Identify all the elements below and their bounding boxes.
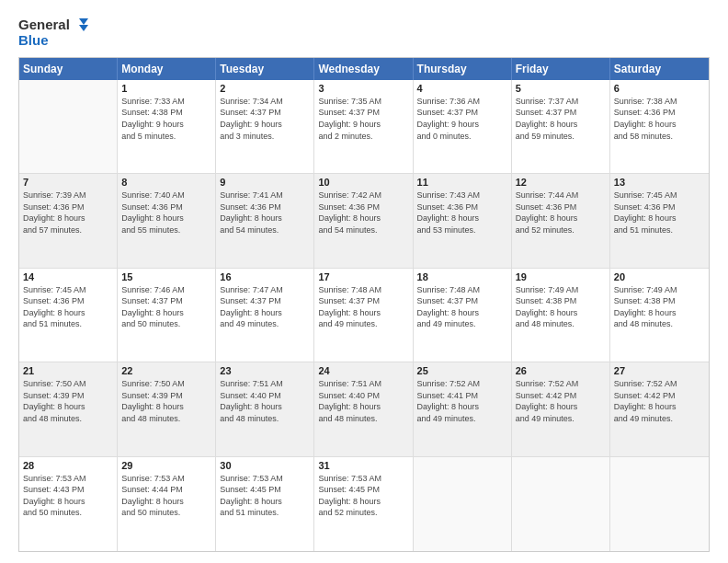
day-number: 18 [417, 271, 507, 282]
calendar-day-cell: 17Sunrise: 7:48 AM Sunset: 4:37 PM Dayli… [314, 269, 413, 362]
calendar-day-cell: 21Sunrise: 7:50 AM Sunset: 4:39 PM Dayli… [19, 362, 118, 455]
logo-arrow-icon [72, 17, 88, 33]
calendar-day-cell [610, 457, 709, 551]
day-info: Sunrise: 7:38 AM Sunset: 4:36 PM Dayligh… [614, 96, 705, 142]
day-info: Sunrise: 7:49 AM Sunset: 4:38 PM Dayligh… [614, 284, 705, 330]
day-info: Sunrise: 7:43 AM Sunset: 4:36 PM Dayligh… [417, 190, 507, 236]
calendar-day-cell: 22Sunrise: 7:50 AM Sunset: 4:39 PM Dayli… [118, 362, 216, 455]
calendar-header-cell: Saturday [610, 58, 709, 80]
day-number: 5 [516, 83, 606, 94]
calendar-day-cell: 13Sunrise: 7:45 AM Sunset: 4:36 PM Dayli… [610, 174, 709, 267]
day-info: Sunrise: 7:36 AM Sunset: 4:37 PM Dayligh… [417, 96, 507, 142]
header: General Blue [18, 17, 710, 48]
day-number: 30 [220, 460, 310, 471]
calendar-day-cell: 25Sunrise: 7:52 AM Sunset: 4:41 PM Dayli… [414, 362, 512, 455]
day-info: Sunrise: 7:40 AM Sunset: 4:36 PM Dayligh… [121, 190, 211, 236]
day-number: 15 [121, 271, 211, 282]
day-info: Sunrise: 7:53 AM Sunset: 4:44 PM Dayligh… [121, 473, 211, 519]
day-number: 10 [318, 177, 408, 188]
calendar-week-row: 1Sunrise: 7:33 AM Sunset: 4:38 PM Daylig… [19, 80, 709, 174]
calendar-day-cell: 29Sunrise: 7:53 AM Sunset: 4:44 PM Dayli… [118, 457, 216, 551]
logo-general: General [18, 17, 70, 32]
day-info: Sunrise: 7:37 AM Sunset: 4:37 PM Dayligh… [516, 96, 606, 142]
calendar-day-cell: 6Sunrise: 7:38 AM Sunset: 4:36 PM Daylig… [610, 80, 709, 173]
calendar-day-cell: 4Sunrise: 7:36 AM Sunset: 4:37 PM Daylig… [414, 80, 512, 173]
calendar-day-cell: 2Sunrise: 7:34 AM Sunset: 4:37 PM Daylig… [216, 80, 314, 173]
day-number: 19 [516, 271, 606, 282]
day-info: Sunrise: 7:49 AM Sunset: 4:38 PM Dayligh… [516, 284, 606, 330]
svg-marker-0 [79, 18, 88, 25]
calendar-header-cell: Friday [512, 58, 610, 80]
day-info: Sunrise: 7:42 AM Sunset: 4:36 PM Dayligh… [318, 190, 408, 236]
calendar-day-cell: 12Sunrise: 7:44 AM Sunset: 4:36 PM Dayli… [512, 174, 610, 267]
day-info: Sunrise: 7:50 AM Sunset: 4:39 PM Dayligh… [23, 378, 113, 424]
calendar-day-cell: 20Sunrise: 7:49 AM Sunset: 4:38 PM Dayli… [610, 269, 709, 362]
calendar-day-cell: 24Sunrise: 7:51 AM Sunset: 4:40 PM Dayli… [314, 362, 413, 455]
day-number: 8 [121, 177, 211, 188]
calendar-day-cell: 16Sunrise: 7:47 AM Sunset: 4:37 PM Dayli… [216, 269, 314, 362]
calendar-header-cell: Thursday [414, 58, 512, 80]
calendar-day-cell [414, 457, 512, 551]
day-number: 29 [121, 460, 211, 471]
calendar-day-cell: 7Sunrise: 7:39 AM Sunset: 4:36 PM Daylig… [19, 174, 118, 267]
day-number: 3 [318, 83, 408, 94]
day-info: Sunrise: 7:53 AM Sunset: 4:43 PM Dayligh… [23, 473, 113, 519]
calendar-header-cell: Tuesday [216, 58, 314, 80]
day-info: Sunrise: 7:53 AM Sunset: 4:45 PM Dayligh… [318, 473, 408, 519]
calendar-day-cell: 14Sunrise: 7:45 AM Sunset: 4:36 PM Dayli… [19, 269, 118, 362]
day-info: Sunrise: 7:53 AM Sunset: 4:45 PM Dayligh… [220, 473, 310, 519]
day-info: Sunrise: 7:46 AM Sunset: 4:37 PM Dayligh… [121, 284, 211, 330]
day-number: 28 [23, 460, 113, 471]
calendar-day-cell: 26Sunrise: 7:52 AM Sunset: 4:42 PM Dayli… [512, 362, 610, 455]
calendar-header-cell: Wednesday [314, 58, 413, 80]
page: General Blue SundayMondayTuesdayWednesda… [0, 0, 728, 563]
day-number: 24 [318, 365, 408, 376]
day-number: 20 [614, 271, 705, 282]
day-info: Sunrise: 7:41 AM Sunset: 4:36 PM Dayligh… [220, 190, 310, 236]
calendar-week-row: 14Sunrise: 7:45 AM Sunset: 4:36 PM Dayli… [19, 269, 709, 362]
calendar-day-cell: 1Sunrise: 7:33 AM Sunset: 4:38 PM Daylig… [118, 80, 216, 173]
calendar-day-cell: 30Sunrise: 7:53 AM Sunset: 4:45 PM Dayli… [216, 457, 314, 551]
svg-marker-1 [79, 25, 88, 31]
calendar-day-cell: 27Sunrise: 7:52 AM Sunset: 4:42 PM Dayli… [610, 362, 709, 455]
day-info: Sunrise: 7:35 AM Sunset: 4:37 PM Dayligh… [318, 96, 408, 142]
day-info: Sunrise: 7:51 AM Sunset: 4:40 PM Dayligh… [318, 378, 408, 424]
day-info: Sunrise: 7:52 AM Sunset: 4:42 PM Dayligh… [614, 378, 705, 424]
calendar-day-cell [19, 80, 118, 173]
calendar: SundayMondayTuesdayWednesdayThursdayFrid… [18, 57, 710, 552]
day-number: 25 [417, 365, 507, 376]
calendar-week-row: 21Sunrise: 7:50 AM Sunset: 4:39 PM Dayli… [19, 362, 709, 456]
day-number: 21 [23, 365, 113, 376]
day-number: 17 [318, 271, 408, 282]
day-info: Sunrise: 7:50 AM Sunset: 4:39 PM Dayligh… [121, 378, 211, 424]
logo-blue: Blue [18, 33, 88, 48]
calendar-week-row: 28Sunrise: 7:53 AM Sunset: 4:43 PM Dayli… [19, 457, 709, 551]
calendar-day-cell: 8Sunrise: 7:40 AM Sunset: 4:36 PM Daylig… [118, 174, 216, 267]
calendar-day-cell: 18Sunrise: 7:48 AM Sunset: 4:37 PM Dayli… [414, 269, 512, 362]
day-info: Sunrise: 7:48 AM Sunset: 4:37 PM Dayligh… [318, 284, 408, 330]
calendar-day-cell: 23Sunrise: 7:51 AM Sunset: 4:40 PM Dayli… [216, 362, 314, 455]
calendar-header: SundayMondayTuesdayWednesdayThursdayFrid… [19, 58, 709, 80]
day-info: Sunrise: 7:44 AM Sunset: 4:36 PM Dayligh… [516, 190, 606, 236]
day-number: 11 [417, 177, 507, 188]
day-number: 1 [121, 83, 211, 94]
calendar-day-cell [512, 457, 610, 551]
day-info: Sunrise: 7:39 AM Sunset: 4:36 PM Dayligh… [23, 190, 113, 236]
calendar-day-cell: 10Sunrise: 7:42 AM Sunset: 4:36 PM Dayli… [314, 174, 413, 267]
day-number: 26 [516, 365, 606, 376]
day-number: 7 [23, 177, 113, 188]
calendar-header-cell: Sunday [19, 58, 118, 80]
day-number: 23 [220, 365, 310, 376]
day-info: Sunrise: 7:45 AM Sunset: 4:36 PM Dayligh… [23, 284, 113, 330]
day-number: 31 [318, 460, 408, 471]
day-info: Sunrise: 7:45 AM Sunset: 4:36 PM Dayligh… [614, 190, 705, 236]
day-info: Sunrise: 7:34 AM Sunset: 4:37 PM Dayligh… [220, 96, 310, 142]
calendar-day-cell: 31Sunrise: 7:53 AM Sunset: 4:45 PM Dayli… [314, 457, 413, 551]
calendar-day-cell: 5Sunrise: 7:37 AM Sunset: 4:37 PM Daylig… [512, 80, 610, 173]
calendar-day-cell: 28Sunrise: 7:53 AM Sunset: 4:43 PM Dayli… [19, 457, 118, 551]
day-number: 27 [614, 365, 705, 376]
calendar-header-cell: Monday [118, 58, 216, 80]
day-number: 4 [417, 83, 507, 94]
calendar-day-cell: 19Sunrise: 7:49 AM Sunset: 4:38 PM Dayli… [512, 269, 610, 362]
day-info: Sunrise: 7:47 AM Sunset: 4:37 PM Dayligh… [220, 284, 310, 330]
